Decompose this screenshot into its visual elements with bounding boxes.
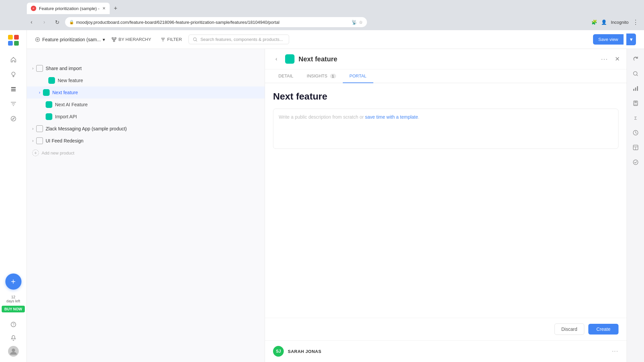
svg-rect-3 xyxy=(14,35,19,40)
refresh-button[interactable]: ↻ xyxy=(52,17,62,27)
new-tab-button[interactable]: + xyxy=(111,4,120,13)
feature-group-share-import: › Share and import New feature › xyxy=(27,62,265,123)
sidebar-list-icon[interactable] xyxy=(7,82,20,96)
detail-more-button[interactable]: ··· xyxy=(601,56,608,63)
feature-label: Import API xyxy=(55,114,77,119)
search-placeholder: Search features, components & products..… xyxy=(200,37,283,42)
feature-group-ui-feed: › UI Feed Redesign xyxy=(27,135,265,147)
incognito-label: Incognito xyxy=(611,20,629,25)
left-sidebar: + 12 days left BUY NOW ? xyxy=(0,30,27,362)
profile-icon[interactable]: 👤 xyxy=(601,19,607,25)
hierarchy-button[interactable]: BY HIERARCHY xyxy=(109,36,154,43)
feature-list-panel: › Share and import New feature › xyxy=(27,49,265,362)
bookmark-icon[interactable]: ☆ xyxy=(359,20,363,25)
contributor-section: SJ SARAH JONAS ··· xyxy=(265,340,627,362)
group-header-share-import[interactable]: › Share and import xyxy=(27,62,265,74)
svg-point-21 xyxy=(633,72,637,75)
right-sidebar-chart-icon[interactable] xyxy=(630,82,642,95)
svg-rect-16 xyxy=(112,38,113,39)
save-view-button[interactable]: Save view xyxy=(593,34,624,45)
cast-icon: 📡 xyxy=(352,20,357,25)
group-label: UI Feed Redesign xyxy=(46,138,84,143)
right-sidebar-refresh-icon[interactable] xyxy=(630,53,642,65)
svg-point-30 xyxy=(634,105,635,105)
right-sidebar-clock-icon[interactable] xyxy=(630,127,642,139)
address-bar[interactable]: 🔒 moodjoy.productboard.com/feature-board… xyxy=(65,17,367,27)
group-label: Share and import xyxy=(46,66,82,71)
discard-button[interactable]: Discard xyxy=(554,323,584,335)
group-header-zlack[interactable]: › Zlack Messaging App (sample product) xyxy=(27,123,265,135)
detail-close-button[interactable]: ✕ xyxy=(615,55,620,63)
list-item[interactable]: Next AI Feature xyxy=(27,99,265,111)
sidebar-compass-icon[interactable] xyxy=(7,112,20,125)
detail-footer: Discard Create xyxy=(265,318,627,340)
lock-icon: 🔒 xyxy=(69,20,74,24)
portal-description-hint: Write a public description from scratch … xyxy=(279,114,419,120)
buy-now-button[interactable]: BUY NOW xyxy=(2,306,25,312)
tab-insights[interactable]: INSIGHTS 1 xyxy=(300,69,343,83)
trial-days: 12 xyxy=(6,295,20,299)
sidebar-filter-icon[interactable] xyxy=(7,97,20,111)
portal-description-textarea[interactable]: Write a public description from scratch … xyxy=(273,109,619,149)
fab-add-button[interactable]: + xyxy=(5,274,21,290)
feature-color-indicator xyxy=(43,89,50,96)
detail-back-button[interactable]: ‹ xyxy=(272,54,281,64)
trial-label: days left xyxy=(6,299,20,303)
sidebar-bell-icon[interactable] xyxy=(7,331,20,345)
sidebar-help-icon[interactable]: ? xyxy=(7,318,20,331)
svg-point-27 xyxy=(634,104,635,104)
save-view-dropdown-button[interactable]: ▾ xyxy=(626,34,636,45)
browser-tab[interactable]: P Feature prioritization (sample) - ✕ xyxy=(27,3,110,14)
list-item[interactable]: New feature xyxy=(27,74,265,86)
search-bar[interactable]: Search features, components & products..… xyxy=(189,35,289,44)
group-icon xyxy=(36,137,43,144)
user-avatar[interactable] xyxy=(8,346,19,357)
right-sidebar-table-icon[interactable] xyxy=(630,141,642,154)
right-sidebar-calculator-icon[interactable] xyxy=(630,97,642,109)
tab-favicon: P xyxy=(31,6,36,11)
save-time-with-template-link[interactable]: save time with a template xyxy=(365,114,418,120)
tab-detail[interactable]: DETAIL xyxy=(272,69,300,83)
forward-button[interactable]: › xyxy=(40,17,49,27)
tab-title: Feature prioritization (sample) - xyxy=(39,6,100,11)
board-title[interactable]: Feature prioritization (sam... ▾ xyxy=(35,37,105,42)
back-button[interactable]: ‹ xyxy=(27,17,36,27)
add-product-button[interactable]: + Add new product xyxy=(27,147,265,159)
svg-rect-17 xyxy=(115,38,116,39)
sidebar-home-icon[interactable] xyxy=(7,53,20,66)
main-toolbar: Feature prioritization (sam... ▾ BY HIER… xyxy=(27,30,644,49)
extension-icon[interactable]: 🧩 xyxy=(591,19,597,25)
tab-close-button[interactable]: ✕ xyxy=(102,6,106,11)
create-button[interactable]: Create xyxy=(588,324,619,335)
svg-rect-23 xyxy=(635,87,636,91)
svg-point-32 xyxy=(636,105,637,105)
sidebar-lightbulb-icon[interactable] xyxy=(7,68,20,81)
group-header-ui-feed[interactable]: › UI Feed Redesign xyxy=(27,135,265,147)
feature-color-indicator xyxy=(46,113,52,120)
detail-tabs: DETAIL INSIGHTS 1 PORTAL xyxy=(265,69,627,83)
detail-content: Next feature Write a public description … xyxy=(265,83,627,318)
list-item[interactable]: Import API xyxy=(27,111,265,123)
feature-color-indicator xyxy=(46,101,52,108)
svg-rect-9 xyxy=(11,90,16,91)
svg-rect-4 xyxy=(8,41,13,46)
right-sidebar-sigma-icon[interactable]: Σ xyxy=(630,112,642,124)
svg-rect-26 xyxy=(634,102,637,103)
svg-point-14 xyxy=(12,349,15,352)
browser-menu-icon[interactable]: ⋮ xyxy=(633,18,639,26)
feature-color-indicator xyxy=(48,77,55,84)
tab-portal[interactable]: PORTAL xyxy=(343,69,373,83)
svg-text:?: ? xyxy=(12,322,14,326)
add-product-icon: + xyxy=(32,149,39,156)
svg-rect-7 xyxy=(11,87,16,88)
right-sidebar-search-icon[interactable] xyxy=(630,68,642,80)
contributor-more-button[interactable]: ··· xyxy=(612,348,619,354)
board-title-chevron: ▾ xyxy=(103,37,105,42)
app-logo[interactable] xyxy=(7,34,19,46)
right-sidebar-check-circle-icon[interactable] xyxy=(630,156,642,168)
detail-title: Next feature xyxy=(299,55,337,63)
filter-button[interactable]: FILTER xyxy=(158,36,185,43)
list-item[interactable]: › Next feature xyxy=(27,86,265,99)
svg-rect-24 xyxy=(637,86,638,91)
svg-rect-5 xyxy=(14,41,19,46)
